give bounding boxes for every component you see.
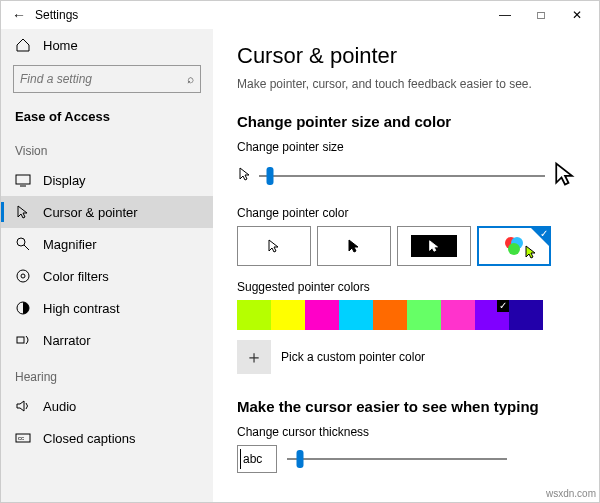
cursor-icon bbox=[15, 204, 31, 220]
narrator-icon bbox=[15, 332, 31, 348]
sidebar-item-label: Display bbox=[43, 173, 86, 188]
search-box[interactable]: ⌕ bbox=[13, 65, 201, 93]
sidebar-item-narrator[interactable]: Narrator bbox=[1, 324, 213, 356]
swatch-5[interactable] bbox=[407, 300, 441, 330]
label-thickness: Change cursor thickness bbox=[237, 425, 579, 439]
color-wheel-icon bbox=[505, 237, 523, 255]
category-label: Ease of Access bbox=[1, 103, 213, 138]
titlebar: ← Settings ― □ ✕ bbox=[1, 1, 599, 29]
magnifier-icon bbox=[15, 236, 31, 252]
swatch-0[interactable] bbox=[237, 300, 271, 330]
pointer-color-custom[interactable]: ✓ bbox=[477, 226, 551, 266]
cursor-inverted-icon bbox=[427, 239, 441, 253]
pick-custom-label: Pick a custom pointer color bbox=[281, 350, 425, 364]
color-filters-icon bbox=[15, 268, 31, 284]
watermark: wsxdn.com bbox=[546, 488, 596, 499]
close-button[interactable]: ✕ bbox=[559, 8, 595, 22]
cursor-white-icon bbox=[266, 238, 282, 254]
section-vision: Vision bbox=[1, 138, 213, 164]
captions-icon: cc bbox=[15, 430, 31, 446]
content: Cursor & pointer Make pointer, cursor, a… bbox=[213, 29, 599, 502]
audio-icon bbox=[15, 398, 31, 414]
home-icon bbox=[15, 37, 31, 53]
sidebar-item-high-contrast[interactable]: High contrast bbox=[1, 292, 213, 324]
section-size-color: Change pointer size and color bbox=[237, 113, 579, 130]
sidebar: Home ⌕ Ease of Access Vision Display Cur… bbox=[1, 29, 213, 502]
page-subtitle: Make pointer, cursor, and touch feedback… bbox=[237, 77, 579, 91]
sidebar-item-label: Narrator bbox=[43, 333, 91, 348]
svg-text:cc: cc bbox=[18, 435, 24, 441]
svg-point-2 bbox=[17, 238, 25, 246]
sidebar-item-color-filters[interactable]: Color filters bbox=[1, 260, 213, 292]
pointer-color-inverted[interactable] bbox=[397, 226, 471, 266]
swatch-6[interactable] bbox=[441, 300, 475, 330]
sidebar-item-closed-captions[interactable]: cc Closed captions bbox=[1, 422, 213, 454]
cursor-black-icon bbox=[346, 238, 362, 254]
minimize-button[interactable]: ― bbox=[487, 8, 523, 22]
cursor-small-icon bbox=[237, 166, 253, 186]
sidebar-item-label: Color filters bbox=[43, 269, 109, 284]
sidebar-item-cursor-pointer[interactable]: Cursor & pointer bbox=[1, 196, 213, 228]
swatch-4[interactable] bbox=[373, 300, 407, 330]
abc-text: abc bbox=[243, 452, 262, 466]
pointer-color-black[interactable] bbox=[317, 226, 391, 266]
svg-point-12 bbox=[508, 243, 520, 255]
svg-point-5 bbox=[21, 274, 25, 278]
maximize-button[interactable]: □ bbox=[523, 8, 559, 22]
add-custom-color-button[interactable]: ＋ bbox=[237, 340, 271, 374]
sidebar-item-label: Audio bbox=[43, 399, 76, 414]
label-suggested: Suggested pointer colors bbox=[237, 280, 579, 294]
sidebar-item-audio[interactable]: Audio bbox=[1, 390, 213, 422]
back-button[interactable]: ← bbox=[5, 7, 33, 23]
sidebar-item-label: Magnifier bbox=[43, 237, 96, 252]
swatch-2[interactable] bbox=[305, 300, 339, 330]
home-link[interactable]: Home bbox=[1, 29, 213, 61]
sidebar-item-magnifier[interactable]: Magnifier bbox=[1, 228, 213, 260]
swatch-7[interactable] bbox=[475, 300, 509, 330]
sidebar-item-display[interactable]: Display bbox=[1, 164, 213, 196]
section-typing: Make the cursor easier to see when typin… bbox=[237, 398, 579, 415]
svg-point-4 bbox=[17, 270, 29, 282]
thickness-preview: abc bbox=[237, 445, 277, 473]
search-icon: ⌕ bbox=[187, 72, 194, 86]
section-hearing: Hearing bbox=[1, 364, 213, 390]
swatch-3[interactable] bbox=[339, 300, 373, 330]
app-title: Settings bbox=[35, 8, 78, 22]
label-pointer-color: Change pointer color bbox=[237, 206, 579, 220]
swatch-1[interactable] bbox=[271, 300, 305, 330]
page-title: Cursor & pointer bbox=[237, 43, 579, 69]
pointer-size-slider[interactable] bbox=[259, 166, 545, 186]
search-input[interactable] bbox=[20, 72, 187, 86]
svg-rect-0 bbox=[16, 175, 30, 184]
pointer-color-white[interactable] bbox=[237, 226, 311, 266]
svg-line-3 bbox=[24, 245, 29, 250]
home-label: Home bbox=[43, 38, 78, 53]
svg-rect-7 bbox=[17, 337, 24, 343]
contrast-icon bbox=[15, 300, 31, 316]
cursor-large-icon bbox=[551, 160, 579, 192]
cursor-thickness-slider[interactable] bbox=[287, 449, 507, 469]
sidebar-item-label: Cursor & pointer bbox=[43, 205, 138, 220]
cursor-colored-icon bbox=[523, 244, 539, 260]
sidebar-item-label: High contrast bbox=[43, 301, 120, 316]
swatch-8[interactable] bbox=[509, 300, 543, 330]
display-icon bbox=[15, 172, 31, 188]
suggested-swatches bbox=[237, 300, 579, 330]
sidebar-item-label: Closed captions bbox=[43, 431, 136, 446]
label-pointer-size: Change pointer size bbox=[237, 140, 579, 154]
